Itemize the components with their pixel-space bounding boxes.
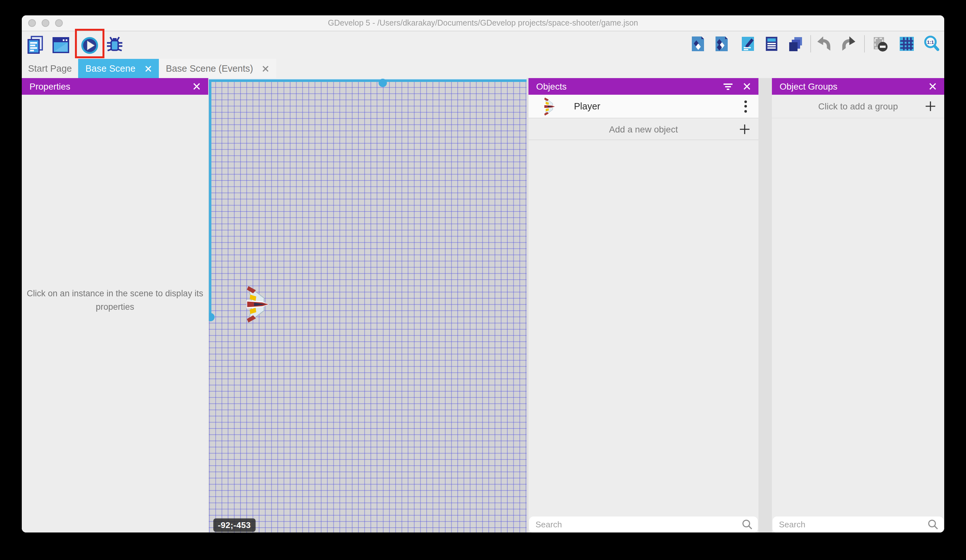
object-groups-panel: Object Groups Click to add a group	[772, 78, 944, 532]
debug-button[interactable]	[105, 35, 124, 54]
undo-icon	[815, 35, 833, 52]
close-tab-icon[interactable]	[262, 65, 269, 72]
objects-search-field	[529, 516, 758, 532]
toolbar: 1:1 Start Page Base Scene Base Scene (Ev…	[22, 31, 944, 78]
panel-title: Properties	[30, 81, 182, 92]
object-name: Player	[574, 101, 744, 111]
panel-title: Object Groups	[780, 81, 918, 92]
close-panel-icon[interactable]	[193, 83, 200, 90]
groups-search-field	[772, 516, 944, 532]
tab-label: Base Scene	[85, 63, 135, 74]
tab-bar: Start Page Base Scene Base Scene (Events…	[22, 59, 944, 78]
screen: GDevelop 5 - /Users/dkarakay/Documents/G…	[0, 0, 966, 560]
player-instance[interactable]	[243, 284, 270, 324]
object-groups-panel-header: Object Groups	[772, 78, 944, 95]
top-resize-handle[interactable]	[379, 79, 387, 87]
objects-panel: Objects	[529, 78, 759, 532]
redo-icon	[840, 35, 857, 52]
add-group-label: Click to add a group	[818, 101, 898, 111]
properties-panel-body: Click on an instance in the scene to dis…	[22, 95, 208, 532]
search-icon	[742, 519, 753, 530]
objects-search-input[interactable]	[529, 520, 742, 529]
toggle-window-mask-button[interactable]	[871, 35, 889, 52]
tab-base-scene[interactable]: Base Scene	[78, 59, 159, 78]
scene-window-top-border	[209, 79, 527, 82]
layers-icon	[787, 35, 804, 52]
tab-label: Base Scene (Events)	[166, 63, 253, 74]
left-resize-handle[interactable]	[209, 313, 215, 321]
project-manager-button[interactable]	[26, 35, 45, 54]
scene-canvas[interactable]: -92;-453	[209, 78, 527, 532]
play-icon	[81, 36, 99, 54]
titlebar: GDevelop 5 - /Users/dkarakay/Documents/G…	[22, 15, 944, 31]
grid-icon	[898, 35, 915, 52]
toolbar-separator	[864, 35, 865, 52]
object-options-kebab-icon[interactable]	[744, 100, 747, 112]
player-object-thumbnail	[541, 96, 557, 116]
close-tab-icon[interactable]	[145, 65, 151, 72]
properties-hint-text: Click on an instance in the scene to dis…	[26, 287, 204, 314]
debug-bug-icon	[105, 35, 124, 54]
zoom-1-1-icon: 1:1	[923, 35, 940, 52]
object-list-item-player[interactable]: Player	[529, 95, 759, 118]
redo-button[interactable]	[840, 35, 857, 52]
open-instances-list-button[interactable]	[763, 35, 780, 52]
search-icon	[928, 519, 938, 530]
tab-label: Start Page	[28, 63, 72, 74]
plus-icon	[739, 124, 750, 135]
gdevelop-window: GDevelop 5 - /Users/dkarakay/Documents/G…	[22, 15, 944, 532]
objects-editor-icon	[689, 35, 706, 52]
svg-text:1:1: 1:1	[927, 39, 934, 45]
undo-button[interactable]	[815, 35, 833, 52]
editor-content: Properties Click on an instance in the s…	[22, 78, 944, 532]
window-title: GDevelop 5 - /Users/dkarakay/Documents/G…	[22, 15, 944, 31]
toolbar-separator	[810, 35, 811, 52]
properties-panel-header: Properties	[22, 78, 208, 95]
open-properties-button[interactable]	[739, 35, 757, 52]
plus-icon	[925, 101, 936, 112]
properties-panel: Properties Click on an instance in the s…	[22, 78, 208, 532]
play-preview-button[interactable]	[81, 36, 99, 54]
cursor-coordinates-badge: -92;-453	[213, 518, 255, 532]
open-object-groups-editor-button[interactable]	[713, 35, 730, 52]
toggle-grid-button[interactable]	[898, 35, 915, 52]
add-object-label: Add a new object	[609, 124, 678, 134]
instances-list-icon	[763, 35, 780, 52]
open-objects-editor-button[interactable]	[689, 35, 706, 52]
start-page-button[interactable]	[51, 35, 71, 54]
start-page-icon	[51, 35, 71, 54]
groups-search-input[interactable]	[772, 520, 928, 529]
close-panel-icon[interactable]	[743, 83, 751, 90]
zoom-original-button[interactable]: 1:1	[923, 35, 940, 52]
filter-icon[interactable]	[723, 83, 733, 90]
add-group-button[interactable]: Click to add a group	[772, 95, 944, 118]
object-groups-editor-icon	[713, 35, 730, 52]
properties-pencil-icon	[739, 35, 757, 52]
add-new-object-button[interactable]: Add a new object	[529, 119, 759, 140]
window-mask-icon	[871, 35, 889, 52]
scene-window-left-border	[209, 79, 211, 318]
open-layers-button[interactable]	[787, 35, 804, 52]
tab-base-scene-events[interactable]: Base Scene (Events)	[159, 59, 276, 78]
panel-title: Objects	[536, 81, 713, 92]
project-manager-icon	[26, 35, 45, 54]
tab-start-page[interactable]: Start Page	[22, 59, 78, 78]
close-panel-icon[interactable]	[929, 83, 936, 90]
objects-panel-header: Objects	[529, 78, 759, 95]
